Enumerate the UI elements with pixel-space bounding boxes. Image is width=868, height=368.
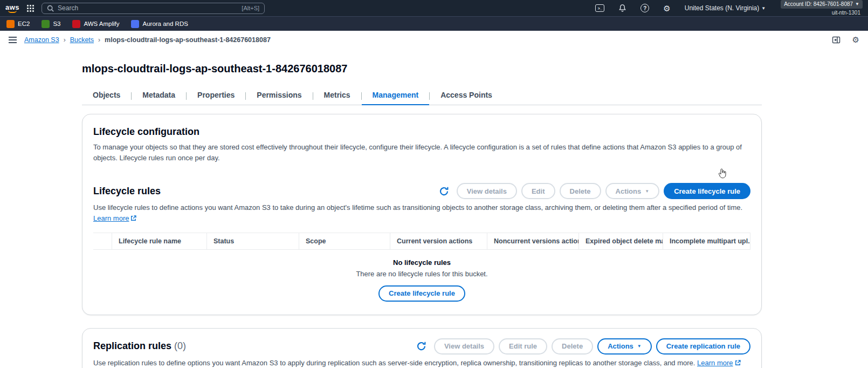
breadcrumb-amazon-s3[interactable]: Amazon S3 [24, 36, 59, 44]
delete-button[interactable]: Delete [552, 338, 593, 355]
aws-logo[interactable]: aws [5, 4, 19, 13]
main-content: mlops-cloudtrail-logs-ap-southeast-1-842… [82, 63, 762, 368]
breadcrumb: Amazon S3 › Buckets › mlops-cloudtrail-l… [24, 36, 271, 44]
s3-service-icon [42, 20, 50, 28]
lifecycle-rules-header: Lifecycle rules View details Edit Delete… [93, 183, 750, 199]
replication-rules-description: Use replication rules to define options … [93, 358, 750, 368]
tab-permissions[interactable]: Permissions [246, 87, 312, 105]
actions-dropdown-button[interactable]: Actions ▼ [597, 338, 652, 355]
tab-metadata[interactable]: Metadata [132, 87, 186, 105]
ec2-service-icon [6, 20, 15, 28]
edit-rule-button[interactable]: Edit rule [499, 338, 547, 355]
column-header: Lifecycle rule name [112, 233, 206, 249]
side-panel-icon[interactable] [832, 36, 841, 44]
breadcrumb-buckets[interactable]: Buckets [70, 36, 94, 44]
search-shortcut: [Alt+S] [242, 5, 259, 11]
breadcrumb-current-bucket: mlops-cloudtrail-logs-ap-southeast-1-842… [105, 36, 271, 44]
replication-rules-header: Replication rules (0) View details Edit … [93, 338, 750, 355]
services-grid-icon[interactable] [27, 5, 34, 12]
notifications-bell-icon[interactable] [618, 3, 626, 13]
learn-more-link[interactable]: Learn more [697, 359, 733, 367]
column-header: Expired object delete mar... [578, 233, 663, 249]
external-link-icon [735, 359, 741, 367]
region-selector[interactable]: United States (N. Virginia)▼ [685, 4, 766, 12]
replication-rules-actions: View details Edit rule Delete Actions ▼ … [413, 338, 750, 355]
tab-objects[interactable]: Objects [82, 87, 131, 105]
external-link-icon [130, 215, 136, 223]
learn-more-link[interactable]: Learn more [93, 214, 129, 222]
breadcrumb-bar: Amazon S3 › Buckets › mlops-cloudtrail-l… [0, 31, 868, 49]
delete-button[interactable]: Delete [560, 183, 601, 199]
favorite-label: AWS Amplify [84, 21, 119, 27]
account-id-menu[interactable]: Account ID: 8426-7601-8087▼ [781, 0, 863, 9]
column-header: Noncurrent versions actions [487, 233, 578, 249]
column-header: Scope [299, 233, 390, 249]
favorite-s3[interactable]: S3 [42, 20, 60, 28]
replication-rules-counter: (0) [174, 340, 186, 351]
tab-management[interactable]: Management [362, 87, 430, 105]
bucket-tabs: Objects Metadata Properties Permissions … [82, 87, 762, 105]
breadcrumb-separator: › [98, 36, 100, 44]
favorite-label: S3 [53, 21, 60, 27]
lifecycle-rules-description: Use lifecycle rules to define actions yo… [93, 202, 750, 224]
chevron-down-icon: ▼ [637, 344, 642, 349]
create-lifecycle-rule-button[interactable]: Create lifecycle rule [664, 183, 750, 199]
tab-metrics[interactable]: Metrics [313, 87, 361, 105]
page-utility-icons: ⚙ [832, 36, 859, 44]
refresh-icon[interactable] [413, 340, 430, 352]
replication-rules-title: Replication rules (0) [93, 340, 186, 352]
actions-label: Actions [608, 342, 633, 350]
console-header: aws Search [Alt+S] >_ ? ⚙ United States … [0, 0, 868, 16]
view-details-button[interactable]: View details [457, 183, 517, 199]
aws-logo-smile [8, 10, 17, 13]
refresh-icon[interactable] [436, 185, 452, 197]
search-input[interactable]: Search [Alt+S] [42, 3, 265, 14]
search-placeholder: Search [58, 4, 78, 12]
actions-dropdown-button[interactable]: Actions ▼ [605, 183, 660, 199]
lifecycle-rules-description-text: Use lifecycle rules to define actions yo… [93, 203, 742, 212]
favorite-ec2[interactable]: EC2 [6, 20, 30, 28]
lifecycle-rules-empty-state: No lifecycle rules There are no lifecycl… [93, 250, 750, 304]
chevron-down-icon: ▼ [761, 6, 766, 11]
breadcrumb-separator: › [64, 36, 66, 44]
settings-gear-icon[interactable]: ⚙ [663, 3, 670, 13]
column-header: Status [206, 233, 299, 249]
help-icon[interactable]: ? [640, 3, 649, 13]
edit-button[interactable]: Edit [521, 183, 555, 199]
create-replication-rule-button[interactable]: Create replication rule [656, 338, 750, 355]
favorite-label: EC2 [18, 21, 30, 27]
chevron-down-icon: ▼ [855, 2, 859, 6]
select-column [93, 233, 112, 249]
favorite-amplify[interactable]: AWS Amplify [72, 20, 119, 28]
lifecycle-configuration-title: Lifecycle configuration [93, 126, 750, 138]
aws-logo-text: aws [5, 4, 19, 11]
view-details-button[interactable]: View details [434, 338, 494, 355]
preferences-gear-icon[interactable]: ⚙ [852, 36, 859, 44]
replication-rules-title-text: Replication rules [93, 340, 171, 351]
header-controls: >_ ? ⚙ United States (N. Virginia)▼ Acco… [595, 0, 863, 17]
hamburger-menu-icon[interactable] [9, 37, 17, 43]
create-lifecycle-rule-empty-button[interactable]: Create lifecycle rule [378, 285, 465, 302]
account-name: uit-ntn-1301 [781, 9, 863, 17]
actions-label: Actions [616, 187, 642, 195]
rds-service-icon [131, 20, 139, 28]
region-label: United States (N. Virginia) [685, 4, 760, 12]
tab-properties[interactable]: Properties [187, 87, 245, 105]
column-header: Current version actions [390, 233, 487, 249]
lifecycle-configuration-description: To manage your objects so that they are … [93, 142, 750, 163]
empty-state-title: No lifecycle rules [93, 258, 750, 267]
amplify-service-icon [72, 20, 80, 28]
lifecycle-rules-title: Lifecycle rules [93, 186, 161, 197]
replication-rules-card: Replication rules (0) View details Edit … [82, 328, 762, 368]
lifecycle-rules-table-header: Lifecycle rule name Status Scope Current… [93, 233, 750, 250]
lifecycle-configuration-card: Lifecycle configuration To manage your o… [82, 114, 762, 315]
account-menu: Account ID: 8426-7601-8087▼ uit-ntn-1301 [781, 0, 863, 17]
column-header: Incomplete multipart upl... [663, 233, 750, 249]
tab-access-points[interactable]: Access Points [430, 87, 503, 105]
chevron-down-icon: ▼ [645, 189, 649, 194]
replication-rules-description-text: Use replication rules to define options … [93, 359, 695, 367]
search-icon [47, 5, 54, 12]
page-title: mlops-cloudtrail-logs-ap-southeast-1-842… [82, 63, 762, 75]
favorite-aurora-rds[interactable]: Aurora and RDS [131, 20, 188, 28]
cloudshell-icon[interactable]: >_ [595, 3, 604, 13]
